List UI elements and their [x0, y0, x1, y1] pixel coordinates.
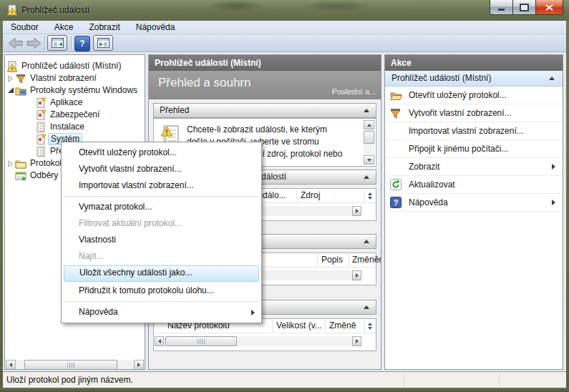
- action-label: Zobrazit: [409, 162, 439, 172]
- menu-akce[interactable]: Akce: [47, 21, 82, 34]
- menu-item-open-saved-log[interactable]: Otevřít uložený protokol...: [62, 144, 261, 161]
- column-divider[interactable]: [317, 254, 318, 266]
- tree-item-windows-logs[interactable]: Protokoly systému Windows: [5, 84, 145, 97]
- expander-collapsed-icon[interactable]: [6, 75, 15, 82]
- menu-napoveda[interactable]: Nápověda: [128, 21, 183, 34]
- column-header-velikost[interactable]: Velikost (v...: [276, 319, 322, 333]
- status-bar: Uloží protokol pod jiným názvem.: [3, 371, 566, 388]
- menu-item-clear-log[interactable]: Vymazat protokol...: [62, 199, 261, 215]
- tree-item-zabezpeceni[interactable]: Zabezpečení: [5, 109, 145, 121]
- window-border-bottom: [0, 388, 569, 392]
- caption-buttons: [490, 0, 563, 15]
- column-divider[interactable]: [296, 190, 297, 202]
- app-icon: [6, 4, 18, 16]
- collapse-icon[interactable]: [364, 240, 369, 243]
- action-create-custom-view[interactable]: Vytvořit vlastní zobrazení...: [385, 104, 563, 122]
- show-action-pane-button[interactable]: [93, 35, 113, 51]
- scroll-right-button[interactable]: [352, 270, 361, 280]
- menu-item-import-custom-view[interactable]: Importovat vlastní zobrazení...: [62, 177, 261, 194]
- title-bar[interactable]: Prohlížeč událostí: [0, 0, 569, 21]
- column-spinner[interactable]: [364, 190, 375, 202]
- action-help[interactable]: ? Nápověda: [385, 194, 563, 212]
- action-pane-icon: [97, 38, 110, 48]
- banner-title: Přehled a souhrn: [158, 76, 251, 90]
- window-border-left: [0, 21, 3, 392]
- scroll-right-button[interactable]: [352, 206, 361, 216]
- tree-item-custom-views[interactable]: Vlastní zobrazení: [5, 72, 145, 84]
- action-connect-other-computer[interactable]: Připojit k jinému počítači...: [385, 140, 563, 158]
- banner-last-refresh: Poslední a...: [332, 87, 376, 96]
- event-log-icon: [35, 134, 48, 145]
- scroll-track[interactable]: [164, 336, 352, 346]
- help-toolbar-button[interactable]: ?: [74, 36, 90, 52]
- collapse-icon[interactable]: [364, 305, 369, 309]
- scroll-thumb[interactable]: [165, 336, 237, 346]
- menu-item-attach-task[interactable]: Přidružit k tomuto protokolu úlohu...: [62, 283, 261, 299]
- action-import-custom-view[interactable]: Importovat vlastní zobrazení...: [385, 122, 563, 140]
- column-divider[interactable]: [349, 254, 349, 266]
- tree-item-aplikace[interactable]: Aplikace: [5, 97, 145, 109]
- minimize-button[interactable]: [490, 0, 513, 15]
- menu-item-create-custom-view[interactable]: Vytvořit vlastní zobrazení...: [62, 161, 261, 177]
- action-label: Importovat vlastní zobrazení...: [409, 126, 524, 136]
- scroll-left-button[interactable]: [155, 336, 164, 346]
- actions-group-header[interactable]: Prohlížeč událostí (Místní): [385, 71, 563, 87]
- tree-item-root[interactable]: Prohlížeč událostí (Místní): [5, 60, 145, 72]
- scroll-thumb[interactable]: [24, 360, 117, 370]
- tree-horizontal-scrollbar[interactable]: [6, 360, 144, 370]
- event-log-icon: [35, 109, 48, 121]
- column-header-zmeneno[interactable]: Změně: [329, 319, 356, 333]
- scroll-thumb[interactable]: [364, 131, 374, 144]
- maximize-button[interactable]: [513, 0, 536, 15]
- close-button[interactable]: [536, 0, 563, 15]
- menu-zobrazit[interactable]: Zobrazit: [81, 21, 127, 34]
- expander-expanded-icon[interactable]: [6, 87, 15, 94]
- tree-item-instalace[interactable]: Instalace: [5, 121, 145, 133]
- back-arrow-icon[interactable]: [7, 37, 24, 49]
- collapse-icon[interactable]: [364, 175, 369, 179]
- scroll-down-button[interactable]: [364, 155, 374, 165]
- log-icon: [35, 146, 48, 157]
- scroll-right-button[interactable]: [134, 360, 144, 370]
- scroll-right-button[interactable]: [352, 336, 361, 346]
- show-console-tree-button[interactable]: [47, 35, 67, 51]
- overview-banner: Přehled a souhrn Poslední a...: [149, 71, 381, 99]
- tree-item-label: Instalace: [48, 122, 87, 132]
- scroll-track[interactable]: [16, 360, 134, 370]
- svg-text:?: ?: [394, 198, 399, 207]
- menu-item-filter-current-log: Filtrovat aktuální protokol...: [62, 215, 261, 232]
- scroll-up-button[interactable]: [364, 120, 374, 129]
- log-icon: [35, 122, 48, 133]
- section-overview-header[interactable]: Přehled: [153, 103, 376, 118]
- menu-soubor[interactable]: Soubor: [3, 21, 47, 34]
- collapse-icon[interactable]: [364, 109, 369, 112]
- status-divider: [404, 373, 405, 387]
- action-view[interactable]: Zobrazit: [385, 158, 563, 176]
- menu-item-properties[interactable]: Vlastnosti: [62, 232, 261, 248]
- menu-item-save-all-events-as[interactable]: Uložit všechny události jako...: [64, 265, 259, 282]
- console-tree-icon: [52, 38, 64, 48]
- actions-panel: Akce Prohlížeč událostí (Místní) Otevřít…: [384, 54, 563, 370]
- column-divider[interactable]: [325, 320, 326, 332]
- section-title: Přehled: [160, 105, 189, 115]
- menu-item-help[interactable]: Nápověda: [62, 304, 261, 320]
- column-divider[interactable]: [272, 320, 273, 332]
- column-header-zmeneno[interactable]: Změněno: [352, 253, 381, 267]
- tree-item-label: Prohlížeč událostí (Místní): [19, 61, 123, 72]
- expander-collapsed-icon[interactable]: [6, 160, 15, 167]
- overview-vertical-scrollbar[interactable]: [364, 120, 374, 165]
- minimize-icon: [498, 9, 505, 11]
- column-header-zdroj[interactable]: Zdroj: [301, 189, 320, 202]
- submenu-arrow-icon: [552, 164, 555, 170]
- scroll-left-button[interactable]: [6, 360, 16, 370]
- forward-arrow-icon[interactable]: [26, 37, 42, 49]
- collapse-icon[interactable]: [549, 77, 555, 80]
- column-header-popis[interactable]: Popis: [321, 253, 343, 267]
- action-open-saved-log[interactable]: Otevřít uložený protokol...: [385, 87, 563, 104]
- log-summary-horizontal-scrollbar[interactable]: [155, 336, 361, 346]
- actions-group-title: Prohlížeč událostí (Místní): [392, 73, 491, 83]
- filter-funnel-icon: [385, 108, 409, 119]
- header-divider: [154, 333, 376, 333]
- column-spinner[interactable]: [364, 320, 375, 333]
- action-refresh[interactable]: Aktualizovat: [385, 176, 563, 194]
